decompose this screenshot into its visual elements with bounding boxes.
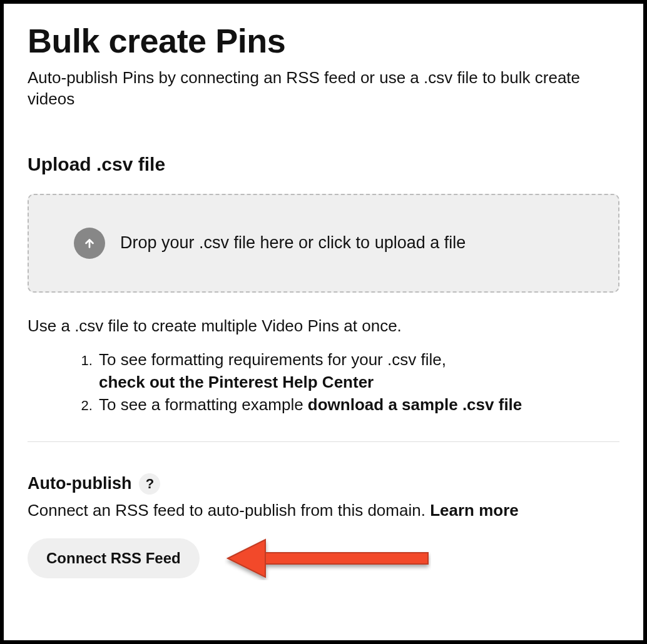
- dropzone-text: Drop your .csv file here or click to upl…: [120, 233, 466, 253]
- auto-publish-heading: Auto-publish: [28, 474, 131, 493]
- list-item: To see a formatting example download a s…: [96, 393, 619, 416]
- help-icon[interactable]: ?: [139, 473, 160, 495]
- page-title: Bulk create Pins: [28, 21, 619, 60]
- svg-marker-1: [228, 540, 265, 577]
- annotation-arrow-icon: [225, 536, 431, 580]
- auto-publish-desc-text: Connect an RSS feed to auto-publish from…: [28, 501, 430, 520]
- section-divider: [28, 441, 619, 442]
- upload-section-heading: Upload .csv file: [28, 154, 619, 175]
- upload-icon: [74, 228, 105, 259]
- step-text: To see a formatting example: [99, 395, 308, 414]
- connect-rss-feed-button[interactable]: Connect RSS Feed: [28, 538, 200, 578]
- csv-dropzone[interactable]: Drop your .csv file here or click to upl…: [28, 194, 619, 293]
- step-text: To see formatting requirements for your …: [99, 350, 446, 369]
- list-item: To see formatting requirements for your …: [96, 348, 619, 394]
- svg-rect-0: [259, 553, 428, 564]
- page-subtitle: Auto-publish Pins by connecting an RSS f…: [28, 68, 619, 110]
- download-sample-link[interactable]: download a sample .csv file: [308, 395, 522, 414]
- upload-info-text: Use a .csv file to create multiple Video…: [28, 316, 619, 336]
- help-center-link[interactable]: check out the Pinterest Help Center: [99, 373, 374, 391]
- auto-publish-description: Connect an RSS feed to auto-publish from…: [28, 501, 619, 520]
- learn-more-link[interactable]: Learn more: [430, 501, 519, 520]
- upload-steps-list: To see formatting requirements for your …: [28, 348, 619, 416]
